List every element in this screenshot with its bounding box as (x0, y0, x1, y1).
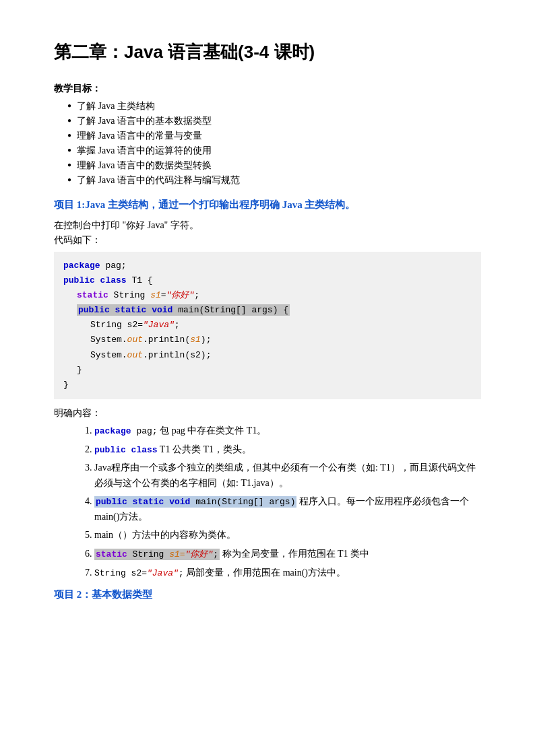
list-item: 掌握 Java 语言中的运算符的使用 (67, 145, 481, 157)
list-item: 了解 Java 主类结构 (67, 100, 481, 112)
clarify-list: package pag; 包 pag 中存在类文件 T1。 public cla… (94, 423, 481, 581)
clarify-heading: 明确内容： (54, 407, 481, 419)
clarify-item-3: Java程序由一个或多个独立的类组成，但其中必须有一个公有类（如: T1），而且… (94, 460, 481, 491)
list-item: 理解 Java 语言中的数据类型转换 (67, 160, 481, 172)
clarify-item-4: public static void main(String[] args) 程… (94, 494, 481, 524)
code-line-1: package pag; (63, 259, 472, 273)
clarify-section: 明确内容： package pag; 包 pag 中存在类文件 T1。 publ… (54, 407, 481, 581)
code-line-9: } (63, 378, 472, 392)
code-line-6: System.out.println(s1); (90, 333, 472, 347)
teaching-goals-heading: 教学目标： (54, 83, 481, 95)
project2-heading: 项目 2：基本数据类型 (54, 588, 481, 601)
list-item: 了解 Java 语言中的代码注释与编写规范 (67, 174, 481, 186)
code-line-3: static String s1="你好"; (77, 288, 472, 303)
code-line-5: String s2="Java"; (90, 318, 472, 333)
teaching-goals-list: 了解 Java 主类结构 了解 Java 语言中的基本数据类型 理解 Java … (67, 100, 481, 186)
clarify-item-6: static String s1="你好"; 称为全局变量，作用范围在 T1 类… (94, 547, 481, 562)
list-item: 理解 Java 语言中的常量与变量 (67, 130, 481, 142)
code-line-4: public static void main(String[] args) { (77, 303, 472, 318)
clarify-item-1: package pag; 包 pag 中存在类文件 T1。 (94, 423, 481, 439)
project1-heading: 项目 1:Java 主类结构，通过一个打印输出程序明确 Java 主类结构。 (54, 199, 481, 211)
page-title: 第二章：Java 语言基础(3-4 课时) (54, 40, 481, 64)
code-line-2: public class T1 { (63, 273, 472, 288)
clarify-item-7: String s2="Java"; 局部变量，作用范围在 main()方法中。 (94, 565, 481, 581)
code-block: package pag; public class T1 { static St… (54, 252, 481, 399)
list-item: 了解 Java 语言中的基本数据类型 (67, 115, 481, 127)
code-line-7: System.out.println(s2); (90, 348, 472, 363)
clarify-item-5: main（）方法中的内容称为类体。 (94, 528, 481, 543)
clarify-item-2: public class T1 公共类 T1，类头。 (94, 442, 481, 458)
code-line-8: } (77, 363, 472, 378)
teaching-goals-section: 教学目标： 了解 Java 主类结构 了解 Java 语言中的基本数据类型 理解… (54, 83, 481, 186)
project1-desc2: 代码如下： (54, 234, 481, 246)
project1-desc1: 在控制台中打印 "你好 Java" 字符。 (54, 219, 481, 232)
